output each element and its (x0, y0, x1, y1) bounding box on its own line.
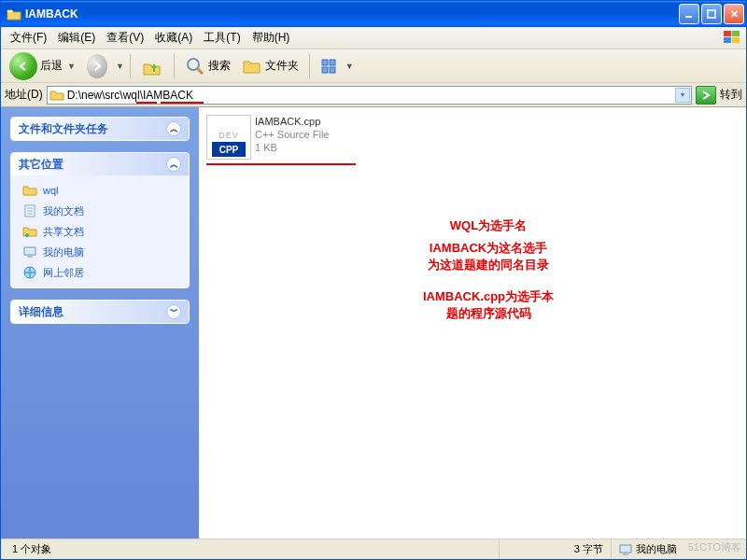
sidebar-item-mydocs[interactable]: 我的文档 (22, 203, 177, 218)
svg-rect-14 (24, 247, 35, 255)
search-button[interactable]: 搜索 (180, 53, 235, 79)
address-path: D:\new\src\wql\IAMBACK (67, 89, 193, 102)
menu-tools[interactable]: 工具(T) (198, 30, 246, 46)
other-title: 其它位置 (19, 157, 63, 173)
cpp-file-icon: DEV CPP (206, 115, 251, 160)
explorer-window: IAMBACK ✕ 文件(F) 编辑(E) 查看(V) 收藏(A) 工具(T) … (0, 0, 747, 560)
menu-file[interactable]: 文件(F) (5, 30, 52, 46)
folder-icon (49, 89, 64, 102)
annotation-text-3: IAMBACK.cpp为选手本 题的程序源代码 (376, 288, 600, 322)
svg-line-7 (197, 68, 203, 74)
maximize-button[interactable] (701, 4, 722, 24)
forward-button[interactable] (82, 51, 112, 81)
close-button[interactable]: ✕ (724, 4, 744, 24)
content-area[interactable]: DEV CPP IAMBACK.cpp C++ Source File 1 KB… (199, 107, 746, 539)
sidebar-item-wql[interactable]: wql (22, 183, 177, 198)
svg-rect-11 (330, 67, 335, 73)
status-size: 3 字节 (500, 539, 612, 559)
svg-rect-9 (330, 60, 335, 65)
svg-point-13 (25, 233, 29, 237)
computer-icon (619, 543, 632, 556)
file-name: IAMBACK.cpp (255, 115, 329, 128)
network-icon (22, 265, 37, 280)
svg-rect-10 (322, 67, 328, 73)
link-label: 我的文档 (43, 204, 84, 218)
annotation-text-1: WQL为选手名 (386, 217, 591, 234)
menu-bar: 文件(F) 编辑(E) 查看(V) 收藏(A) 工具(T) 帮助(H) (1, 27, 746, 49)
annotation-text-2: IAMBACK为这名选手 为这道题建的同名目录 (376, 240, 600, 273)
menu-favorites[interactable]: 收藏(A) (149, 30, 198, 46)
svg-rect-18 (623, 553, 628, 555)
details-panel: 详细信息 ︾ (10, 300, 190, 324)
back-button[interactable]: 后退 ▼ (5, 49, 80, 83)
sidebar-item-shared[interactable]: 共享文档 (22, 224, 177, 239)
separator (130, 54, 131, 78)
address-label: 地址(D) (5, 87, 43, 103)
chevron-up-icon[interactable]: ︽ (166, 157, 181, 172)
back-icon (9, 52, 37, 80)
documents-icon (22, 203, 37, 218)
watermark: 51CTO博客 (688, 540, 741, 554)
file-item[interactable]: DEV CPP IAMBACK.cpp C++ Source File 1 KB (206, 115, 329, 160)
folders-icon (242, 57, 262, 76)
up-button[interactable] (136, 52, 168, 80)
folders-label: 文件夹 (265, 58, 299, 74)
separator (174, 54, 175, 78)
body: 文件和文件夹任务 ︽ 其它位置 ︽ wql 我的文档 共享文档 我的电脑 网上邻… (1, 107, 746, 539)
go-button[interactable] (696, 86, 716, 105)
other-header[interactable]: 其它位置 ︽ (11, 153, 189, 175)
menu-help[interactable]: 帮助(H) (247, 30, 296, 46)
cpp-badge: CPP (212, 142, 246, 157)
search-icon (185, 56, 205, 77)
menu-view[interactable]: 查看(V) (101, 30, 149, 46)
status-objects: 1 个对象 (5, 539, 500, 559)
tasks-panel: 文件和文件夹任务 ︽ (10, 117, 190, 141)
address-bar: 地址(D) D:\new\src\wql\IAMBACK ▾ 转到 (1, 83, 746, 107)
details-title: 详细信息 (19, 304, 63, 320)
address-dropdown-icon[interactable]: ▾ (675, 88, 690, 103)
file-type: C++ Source File (255, 128, 329, 141)
separator (309, 54, 310, 78)
minimize-button[interactable] (679, 4, 699, 24)
svg-rect-1 (708, 10, 715, 18)
status-bar: 1 个对象 3 字节 我的电脑 (1, 539, 746, 559)
tasks-header[interactable]: 文件和文件夹任务 ︽ (11, 118, 189, 140)
address-input[interactable]: D:\new\src\wql\IAMBACK ▾ (47, 86, 692, 105)
sidebar-item-network[interactable]: 网上邻居 (22, 265, 177, 280)
sidebar-item-mycomputer[interactable]: 我的电脑 (22, 245, 177, 259)
link-label: 共享文档 (43, 225, 84, 239)
folders-button[interactable]: 文件夹 (237, 54, 303, 78)
shared-icon (22, 224, 37, 239)
file-size: 1 KB (255, 141, 329, 154)
windows-flag-icon (722, 29, 742, 46)
computer-icon (22, 245, 37, 259)
window-title: IAMBACK (25, 7, 677, 21)
svg-rect-2 (724, 31, 731, 36)
svg-rect-8 (322, 60, 328, 65)
folder-icon (22, 183, 37, 198)
svg-rect-15 (27, 256, 33, 258)
menu-edit[interactable]: 编辑(E) (52, 30, 101, 46)
annotation-underline (206, 163, 356, 165)
views-button[interactable]: ▼ (316, 54, 359, 78)
back-label: 后退 (40, 58, 63, 74)
tasks-title: 文件和文件夹任务 (19, 121, 108, 137)
link-label: wql (43, 185, 59, 196)
views-icon (320, 57, 341, 76)
sidebar: 文件和文件夹任务 ︽ 其它位置 ︽ wql 我的文档 共享文档 我的电脑 网上邻… (1, 107, 199, 539)
link-label: 我的电脑 (43, 245, 84, 259)
chevron-up-icon[interactable]: ︽ (166, 121, 181, 136)
other-body: wql 我的文档 共享文档 我的电脑 网上邻居 (11, 175, 189, 287)
dev-label: DEV (218, 131, 239, 140)
forward-icon (87, 54, 107, 78)
chevron-down-icon[interactable]: ︾ (166, 304, 181, 319)
svg-rect-17 (620, 545, 631, 553)
link-label: 网上邻居 (43, 266, 84, 280)
forward-dropdown-icon[interactable]: ▼ (116, 62, 124, 71)
dropdown-icon: ▼ (345, 62, 354, 71)
go-label: 转到 (720, 87, 742, 103)
svg-rect-0 (685, 16, 692, 18)
details-header[interactable]: 详细信息 ︾ (11, 301, 189, 323)
svg-rect-5 (732, 37, 740, 43)
title-bar[interactable]: IAMBACK ✕ (1, 1, 746, 27)
